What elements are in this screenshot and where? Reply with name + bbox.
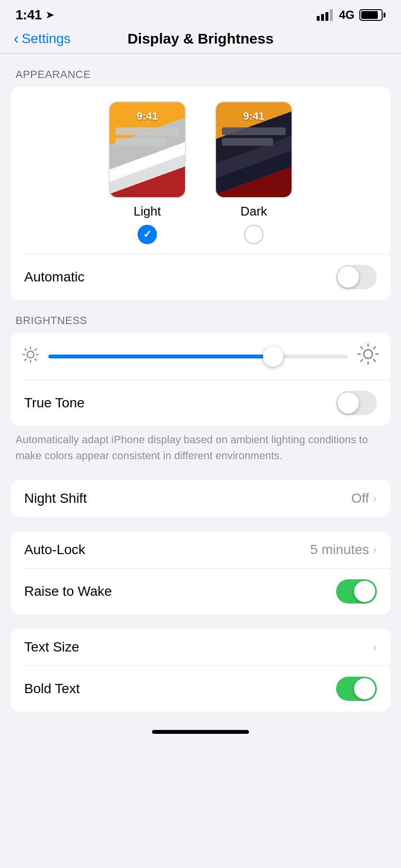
raise-to-wake-label: Raise to Wake: [24, 584, 112, 599]
night-shift-chevron-icon: ›: [373, 492, 377, 505]
svg-point-4: [27, 351, 34, 358]
brightness-slider[interactable]: [48, 355, 348, 358]
true-tone-toggle-thumb: [338, 392, 359, 414]
auto-lock-row[interactable]: Auto-Lock 5 minutes ›: [11, 531, 390, 568]
light-preview-bars: [115, 127, 179, 146]
brightness-section: BRIGHTNESS: [0, 314, 401, 472]
automatic-row: Automatic: [11, 254, 390, 300]
appearance-dark-option[interactable]: 9:41 Dark: [215, 101, 293, 244]
night-shift-right: Off ›: [351, 491, 377, 506]
true-tone-row: True Tone: [11, 380, 390, 426]
night-shift-label: Night Shift: [24, 491, 87, 506]
back-chevron-icon: ‹: [14, 31, 19, 46]
location-icon: ➤: [46, 9, 54, 21]
text-section: Text Size › Bold Text: [0, 629, 401, 712]
night-shift-section: Night Shift Off ›: [0, 480, 401, 517]
appearance-light-option[interactable]: 9:41 Light ✓: [108, 101, 186, 244]
true-tone-label: True Tone: [24, 395, 85, 411]
bold-text-row: Bold Text: [11, 666, 390, 712]
appearance-options: 9:41 Light ✓ 9:41: [11, 87, 390, 254]
brightness-section-label: BRIGHTNESS: [0, 314, 401, 333]
light-label: Light: [134, 204, 161, 219]
raise-to-wake-toggle[interactable]: [336, 579, 377, 604]
signal-icon: [317, 9, 334, 21]
dark-preview-time: 9:41: [243, 110, 264, 123]
brightness-slider-fill: [48, 355, 273, 358]
appearance-section: APPEARANCE 9:41 Light ✓: [0, 68, 401, 300]
network-label: 4G: [339, 8, 355, 22]
svg-line-10: [35, 359, 36, 360]
lock-section: Auto-Lock 5 minutes › Raise to Wake: [0, 531, 401, 614]
light-preview-time: 9:41: [137, 110, 158, 123]
checkmark-icon: ✓: [143, 228, 152, 241]
text-size-chevron-icon: ›: [373, 640, 377, 654]
svg-line-9: [25, 349, 26, 350]
bold-text-toggle-thumb: [354, 678, 375, 699]
automatic-toggle[interactable]: [336, 265, 377, 289]
svg-line-21: [361, 359, 363, 361]
status-icons: 4G: [317, 8, 386, 22]
auto-lock-right: 5 minutes ›: [310, 542, 377, 558]
nav-bar: ‹ Settings Display & Brightness: [0, 26, 401, 53]
svg-line-20: [373, 347, 375, 349]
automatic-label: Automatic: [24, 269, 85, 285]
battery-icon: [359, 9, 386, 21]
bold-text-label: Bold Text: [24, 681, 80, 697]
svg-line-11: [35, 349, 36, 350]
bold-text-toggle[interactable]: [336, 677, 377, 701]
svg-rect-2: [325, 12, 328, 21]
night-shift-value: Off: [351, 491, 369, 506]
back-button[interactable]: ‹ Settings: [14, 31, 71, 46]
dark-label: Dark: [241, 204, 267, 219]
text-size-row[interactable]: Text Size ›: [11, 629, 390, 666]
night-shift-row[interactable]: Night Shift Off ›: [11, 480, 390, 517]
dark-radio[interactable]: [244, 225, 263, 244]
lock-card: Auto-Lock 5 minutes › Raise to Wake: [11, 531, 390, 614]
true-tone-description: Automatically adapt iPhone display based…: [0, 426, 401, 472]
status-time: 1:41: [15, 7, 42, 23]
raise-to-wake-toggle-thumb: [354, 581, 375, 602]
home-bar: [152, 730, 249, 734]
svg-point-13: [364, 350, 372, 358]
auto-lock-value: 5 minutes: [310, 542, 369, 558]
dark-preview-bars: [222, 127, 286, 146]
sun-small-icon: [22, 346, 39, 366]
page-title: Display & Brightness: [127, 31, 274, 47]
home-indicator: [0, 721, 401, 739]
brightness-slider-thumb: [263, 346, 283, 367]
true-tone-toggle[interactable]: [336, 391, 377, 415]
sun-large-icon: [357, 343, 379, 369]
light-preview: 9:41: [108, 101, 186, 198]
automatic-toggle-thumb: [338, 266, 359, 288]
svg-line-12: [25, 359, 26, 360]
back-label: Settings: [22, 31, 71, 46]
appearance-section-label: APPEARANCE: [0, 68, 401, 87]
svg-rect-1: [321, 14, 324, 21]
status-bar: 1:41 ➤ 4G: [0, 0, 401, 26]
svg-rect-3: [330, 9, 333, 21]
text-size-label: Text Size: [24, 639, 79, 655]
auto-lock-label: Auto-Lock: [24, 542, 85, 558]
dark-preview: 9:41: [215, 101, 293, 198]
text-card: Text Size › Bold Text: [11, 629, 390, 712]
light-radio[interactable]: ✓: [138, 225, 157, 244]
svg-line-19: [373, 359, 375, 361]
raise-to-wake-row: Raise to Wake: [11, 569, 390, 614]
brightness-card: True Tone: [11, 333, 390, 426]
auto-lock-chevron-icon: ›: [373, 543, 377, 557]
text-size-right: ›: [373, 640, 377, 654]
brightness-slider-row: [11, 333, 390, 380]
svg-rect-0: [317, 16, 320, 21]
appearance-card: 9:41 Light ✓ 9:41: [11, 87, 390, 300]
night-shift-card: Night Shift Off ›: [11, 480, 390, 517]
top-divider: [0, 53, 401, 54]
svg-line-18: [361, 347, 363, 349]
